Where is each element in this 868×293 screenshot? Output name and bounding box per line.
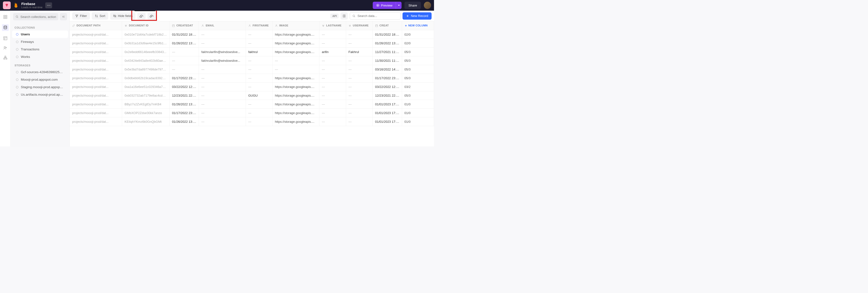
table-row[interactable]: projects/moooji-prod/dat...GMbXOP2Zdse30… — [70, 108, 434, 117]
cell-image: https://storage.googleapis.... — [272, 74, 319, 82]
data-search[interactable] — [350, 12, 401, 20]
book-icon — [342, 14, 346, 18]
sidebar-collection-fireways[interactable]: Fireways — [12, 38, 68, 45]
table-row[interactable]: projects/moooji-prod/dat...0x9dbebb62b19… — [70, 74, 434, 82]
cell-firstname: --- — [246, 74, 272, 82]
add-column-button[interactable]: NEW COLUMN — [402, 21, 434, 30]
cell-id: 0xb032732ab7179e8ac4cd2b... — [122, 91, 169, 100]
cell-extra: 01/0 — [402, 100, 434, 108]
sidebar-search-input[interactable] — [20, 15, 56, 19]
cell-firstname: --- — [246, 117, 272, 126]
cell-image: --- — [272, 56, 319, 65]
download-cloud-icon — [140, 14, 144, 18]
sidebar-storage-item[interactable]: Moooji-prod.appspot.com — [12, 76, 68, 83]
cell-id: 0x43424e843a8e402b60ae8... — [122, 56, 169, 65]
column-header-path[interactable]: DOCUMENT PATH — [70, 21, 122, 30]
data-table: DOCUMENT PATHDOCUMENT IDCREATEDATEMAILFI… — [70, 21, 434, 126]
sort-icon — [95, 14, 98, 18]
table-row[interactable]: projects/moooji-prod/dat...KEiIqhYKmz6k0… — [70, 117, 434, 126]
svg-point-16 — [353, 15, 355, 17]
preview-dropdown-button[interactable] — [396, 2, 402, 9]
sidebar-collection-transactions[interactable]: Transactions — [12, 45, 68, 53]
cell-id: 0x5e3bd7da8977498de7979e... — [122, 65, 169, 74]
api-button[interactable]: API — [330, 13, 339, 19]
preview-button[interactable]: Preview — [373, 2, 396, 9]
more-menu-button[interactable] — [45, 2, 52, 8]
column-header-createdat2[interactable]: CREAT — [372, 21, 402, 30]
rail-org-icon[interactable] — [3, 55, 8, 60]
table-row[interactable]: projects/moooji-prod/dat...0x2e8edd66146… — [70, 47, 434, 56]
docs-button[interactable] — [341, 12, 348, 20]
data-search-input[interactable] — [358, 14, 398, 18]
svg-rect-21 — [375, 25, 378, 27]
cell-image: https://storage.googleapis.... — [272, 30, 319, 39]
sidebar-item-label: Moooji-prod.appspot.com — [21, 78, 58, 82]
filter-button[interactable]: Filter — [72, 12, 90, 20]
export-button[interactable] — [137, 12, 146, 20]
filter-label: Filter — [80, 14, 87, 18]
svg-point-8 — [4, 26, 7, 27]
cell-username: --- — [346, 108, 372, 117]
cell-username: --- — [346, 91, 372, 100]
cell-firstname: --- — [246, 30, 272, 39]
collapse-sidebar-button[interactable] — [60, 13, 67, 20]
cell-createdat: --- — [169, 65, 199, 74]
cell-extra: 02/0 — [402, 30, 434, 39]
sidebar-collection-users[interactable]: Users — [12, 31, 68, 38]
table-row[interactable]: projects/moooji-prod/dat...0x010e71b64a7… — [70, 30, 434, 39]
sidebar-item-label: Gcf-sources-428463980258-us-... — [21, 70, 64, 74]
column-header-firstname[interactable]: FIRSTNAME — [246, 21, 272, 30]
rail-layout-icon[interactable] — [3, 36, 8, 41]
share-button[interactable]: Share — [404, 2, 421, 9]
cell-extra: 01/0 — [402, 108, 434, 117]
user-icon — [248, 24, 251, 27]
table-row[interactable]: projects/moooji-prod/dat...0x43424e843a8… — [70, 56, 434, 65]
table-row[interactable]: projects/moooji-prod/dat...0xb032732ab71… — [70, 91, 434, 100]
rail-dashboard-icon[interactable] — [3, 14, 8, 20]
cell-id: 0xa1a16e6ee51c029346a7db... — [122, 82, 169, 91]
rail-database-icon[interactable] — [2, 24, 9, 31]
sidebar-search[interactable] — [13, 13, 58, 20]
sidebar-storage-item[interactable]: Us.artifacts.moooji-prod.apps... — [12, 91, 68, 98]
rail-users-icon[interactable] — [3, 45, 8, 51]
bullet-icon — [16, 71, 19, 73]
user-avatar[interactable] — [424, 2, 431, 9]
cell-id: 0x010e71b64a7cdebf718b2a... — [122, 30, 169, 39]
table-row[interactable]: projects/moooji-prod/dat...0x0b31a1d3d9a… — [70, 39, 434, 47]
hide-fields-button[interactable]: Hide fields — [110, 12, 135, 20]
cell-email: --- — [199, 30, 246, 39]
column-header-username[interactable]: USERNAME — [346, 21, 372, 30]
table-row[interactable]: projects/moooji-prod/dat...0xa1a16e6ee51… — [70, 82, 434, 91]
cell-path: projects/moooji-prod/dat... — [70, 117, 122, 126]
column-header-createdat[interactable]: CREATEDAT — [169, 21, 199, 30]
column-header-id[interactable]: DOCUMENT ID — [122, 21, 169, 30]
table-row[interactable]: projects/moooji-prod/dat...0x5e3bd7da897… — [70, 65, 434, 74]
column-header-lastname[interactable]: LASTNAME — [319, 21, 346, 30]
import-button[interactable] — [148, 12, 156, 20]
sort-button[interactable]: Sort — [92, 12, 108, 20]
hide-icon — [113, 14, 117, 18]
cell-email: fakhrularifin@windowslive... — [199, 56, 246, 65]
app-subtitle: Loads in real-time — [21, 6, 42, 9]
cell-path: projects/moooji-prod/dat... — [70, 108, 122, 117]
cell-createdat: --- — [169, 47, 199, 56]
text-icon — [322, 24, 325, 27]
cell-image: https://storage.googleapis.... — [272, 91, 319, 100]
cell-createdat2: 03/22/2022 12:18 — [372, 82, 402, 91]
cell-createdat: 01/31/2022 18:49 — [169, 30, 199, 39]
cell-lastname: --- — [319, 91, 346, 100]
cell-createdat2: 01/01/2023 17:09 — [372, 100, 402, 108]
cell-firstname: --- — [246, 56, 272, 65]
table-row[interactable]: projects/moooji-prod/dat...BByz7s2ZvKEgl… — [70, 100, 434, 108]
column-header-image[interactable]: IMAGE — [272, 21, 319, 30]
cell-id: KEiIqhYKmz6k0GnQbGMt — [122, 117, 169, 126]
new-record-button[interactable]: New Record — [403, 12, 432, 20]
sidebar-collection-works[interactable]: Works — [12, 53, 68, 61]
column-header-email[interactable]: EMAIL — [199, 21, 246, 30]
user-icon — [201, 24, 204, 27]
sidebar-storage-item[interactable]: Gcf-sources-428463980258-us-... — [12, 68, 68, 76]
cell-username: --- — [346, 56, 372, 65]
sidebar-item-label: Staging.moooji-prod.appspot.c... — [21, 85, 64, 89]
sidebar-storage-item[interactable]: Staging.moooji-prod.appspot.c... — [12, 83, 68, 91]
data-table-container[interactable]: DOCUMENT PATHDOCUMENT IDCREATEDATEMAILFI… — [70, 21, 434, 146]
